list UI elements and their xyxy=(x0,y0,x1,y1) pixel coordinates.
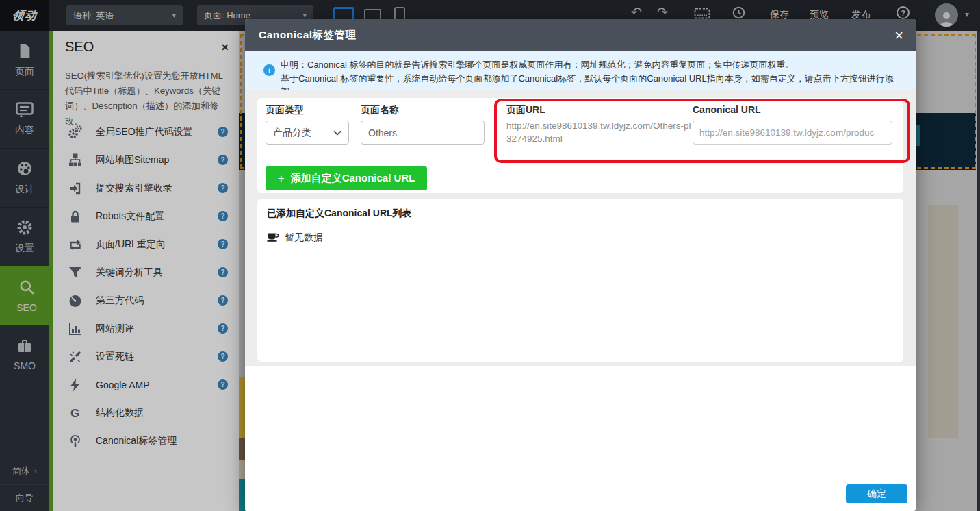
empty-state-label: 暂无数据 xyxy=(285,232,323,244)
list-title: 已添加自定义Canonical URL列表 xyxy=(267,208,412,220)
plus-icon: + xyxy=(278,172,285,186)
page-name-label: 页面名称 xyxy=(361,104,399,116)
canonical-form-card: 页面类型 产品分类 页面名称 页面URL http://en.site98610… xyxy=(257,98,903,193)
add-canonical-label: 添加自定义Canonical URL xyxy=(291,172,415,185)
cup-icon xyxy=(267,230,279,245)
canonical-url-label: Canonical URL xyxy=(693,104,761,115)
page-type-label: 页面类型 xyxy=(266,104,304,116)
canonical-list-card: 已添加自定义Canonical URL列表 暂无数据 xyxy=(257,199,903,362)
info-icon: i xyxy=(263,64,275,76)
chevron-down-icon xyxy=(333,130,341,136)
modal-header: Canonical标签管理 × xyxy=(245,19,916,51)
app-root: 领动 语种: 英语 ▾ 页面: Home ▾ ↶ ↷ 保存 预览 发布 ? ▾ xyxy=(0,0,980,511)
modal-body-lower xyxy=(245,366,916,511)
notice-line1: 申明：Canonical 标签的目的就是告诉搜索引擎哪个页面是权威页面作用有：网… xyxy=(281,59,903,71)
footer-divider xyxy=(245,475,916,475)
canonical-modal: Canonical标签管理 × i 申明：Canonical 标签的目的就是告诉… xyxy=(245,19,916,511)
empty-state: 暂无数据 xyxy=(267,230,323,245)
page-type-value: 产品分类 xyxy=(273,127,311,139)
notice-banner: i 申明：Canonical 标签的目的就是告诉搜索引擎哪个页面是权威页面作用有… xyxy=(245,51,916,90)
close-icon[interactable]: × xyxy=(894,28,903,43)
canonical-url-input[interactable] xyxy=(693,121,892,145)
page-name-input[interactable] xyxy=(361,121,485,145)
confirm-button[interactable]: 确定 xyxy=(846,484,907,503)
add-canonical-button[interactable]: + 添加自定义Canonical URL xyxy=(266,166,427,190)
page-type-select[interactable]: 产品分类 xyxy=(266,121,349,145)
modal-title: Canonical标签管理 xyxy=(259,28,357,42)
page-url-value: http://en.site98610139.tw.ldyjz.com/Othe… xyxy=(506,119,693,145)
page-url-label: 页面URL xyxy=(506,104,545,116)
